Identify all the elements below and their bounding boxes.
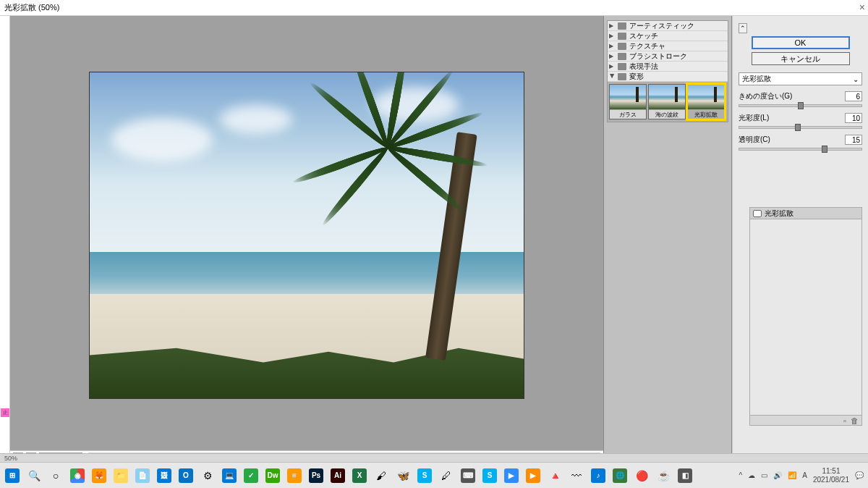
- wifi-icon[interactable]: 📶: [788, 471, 796, 479]
- category-stylize[interactable]: ▶ 表現手法: [608, 62, 728, 72]
- outlook-icon[interactable]: O: [178, 468, 194, 484]
- globe-icon[interactable]: 🌐: [612, 468, 628, 484]
- clock-date: 2021/08/21: [813, 476, 849, 484]
- layer-row[interactable]: 光彩拡散: [750, 208, 861, 219]
- collapse-icon: ▶: [609, 74, 616, 80]
- wave-icon[interactable]: 〰: [569, 468, 584, 484]
- filter-thumb-glass[interactable]: ガラス: [609, 84, 647, 119]
- slider-graininess[interactable]: [739, 104, 862, 107]
- rdp-icon[interactable]: 💻: [221, 468, 237, 484]
- photos-icon[interactable]: 🖼: [156, 468, 172, 484]
- category-texture[interactable]: ▶ テクスチャ: [608, 41, 728, 51]
- effect-layers-panel: 光彩拡散 ▫ 🗑: [749, 207, 862, 426]
- visibility-icon[interactable]: [753, 210, 762, 217]
- param-input-graininess[interactable]: [845, 91, 862, 101]
- folder-icon: [618, 33, 626, 40]
- category-sketch[interactable]: ▶ スケッチ: [608, 31, 728, 41]
- notepad-icon[interactable]: 📄: [135, 468, 150, 484]
- brush-icon[interactable]: 🖊: [438, 468, 454, 484]
- task-icon[interactable]: ✓: [243, 468, 259, 484]
- param-clear: 透明度(C): [739, 135, 862, 151]
- panel-collapse-button[interactable]: ⌃: [739, 23, 747, 33]
- ok-button[interactable]: OK: [752, 36, 850, 49]
- filter-dropdown[interactable]: 光彩拡散 ⌄: [739, 72, 862, 85]
- category-distort[interactable]: ▶ 変形: [608, 72, 728, 82]
- explorer-icon[interactable]: 📁: [113, 468, 129, 484]
- ime-icon[interactable]: A: [802, 471, 807, 479]
- param-input-clear[interactable]: [845, 135, 862, 145]
- java-icon[interactable]: ☕: [655, 468, 671, 484]
- paint-icon[interactable]: 🖌: [373, 468, 389, 484]
- thumb-label: 光彩拡散: [688, 109, 724, 119]
- music-icon[interactable]: ♪: [590, 468, 606, 484]
- search-icon[interactable]: 🔍: [26, 468, 42, 484]
- butterfly-icon[interactable]: 🦋: [395, 468, 411, 484]
- battery-icon[interactable]: ▭: [761, 471, 767, 479]
- expand-icon: ▶: [609, 63, 615, 70]
- left-ruler: 止: [0, 16, 10, 462]
- dreamweaver-icon[interactable]: Dw: [265, 468, 281, 484]
- layer-name: 光彩拡散: [765, 209, 793, 219]
- folder-icon: [618, 43, 626, 50]
- settings-icon[interactable]: ⚙: [200, 468, 216, 484]
- slider-thumb[interactable]: [798, 102, 804, 109]
- chrome-icon[interactable]: ◉: [69, 468, 85, 484]
- expand-icon: ▶: [609, 33, 615, 39]
- zoom-icon[interactable]: ▶: [503, 468, 519, 484]
- record-icon[interactable]: 🔴: [634, 468, 650, 484]
- system-tray: ^ ☁ ▭ 🔊 📶 A 11:51 2021/08/21 💬: [739, 467, 864, 484]
- folder-icon: [618, 53, 626, 60]
- skype2-icon[interactable]: S: [482, 468, 498, 484]
- expand-icon: ▶: [609, 43, 615, 49]
- thumb-label: ガラス: [610, 109, 646, 119]
- slider-thumb[interactable]: [822, 146, 827, 153]
- canvas-area: − +: [10, 16, 603, 462]
- excel-icon[interactable]: X: [352, 468, 367, 484]
- cortana-icon[interactable]: ○: [48, 468, 64, 484]
- delete-layer-icon[interactable]: 🗑: [851, 416, 859, 425]
- clock[interactable]: 11:51 2021/08/21: [813, 467, 849, 484]
- statusbar: 50%: [0, 453, 868, 462]
- category-label: 変形: [629, 72, 644, 82]
- window-title: 光彩拡散 (50%): [4, 2, 59, 13]
- category-brush[interactable]: ▶ ブラシストローク: [608, 51, 728, 62]
- skype-icon[interactable]: S: [417, 468, 433, 484]
- category-artistic[interactable]: ▶ アーティスティック: [608, 21, 728, 31]
- folder-icon: [618, 73, 626, 80]
- param-glow: 光彩度(L): [739, 113, 862, 129]
- param-input-glow[interactable]: [845, 113, 862, 123]
- firefox-icon[interactable]: 🦊: [91, 468, 107, 484]
- close-icon[interactable]: ×: [859, 1, 865, 13]
- param-graininess: きめの度合い(G): [739, 91, 862, 107]
- volume-icon[interactable]: 🔊: [773, 471, 782, 479]
- slider-thumb[interactable]: [795, 124, 801, 131]
- category-label: アーティスティック: [629, 21, 694, 31]
- param-label: 光彩度(L): [739, 113, 769, 123]
- slider-clear[interactable]: [739, 148, 862, 151]
- category-label: スケッチ: [629, 31, 658, 41]
- slider-glow[interactable]: [739, 126, 862, 129]
- folder-icon: [618, 22, 626, 30]
- tray-up-icon[interactable]: ^: [739, 471, 743, 479]
- taskbar: ⊞ 🔍 ○ ◉ 🦊 📁 📄 🖼 O ⚙ 💻 ✓ Dw ≡ Ps Ai X 🖌 🦋…: [0, 462, 868, 488]
- keyboard-icon[interactable]: ⌨: [460, 468, 476, 484]
- notifications-icon[interactable]: 💬: [855, 471, 864, 479]
- start-button[interactable]: ⊞: [4, 468, 20, 484]
- filter-panel: ▶ アーティスティック ▶ スケッチ ▶ テクスチャ ▶ ブラシストローク ▶: [603, 16, 732, 462]
- app-icon[interactable]: ◧: [677, 468, 693, 484]
- chevron-down-icon: ⌄: [853, 75, 859, 83]
- vlc-icon[interactable]: 🔺: [547, 468, 563, 484]
- ruler-marker: 止: [1, 408, 9, 417]
- cancel-button[interactable]: キャンセル: [752, 52, 850, 65]
- cloud-icon[interactable]: ☁: [748, 471, 755, 479]
- media-icon[interactable]: ▶: [525, 468, 541, 484]
- sublime-icon[interactable]: ≡: [286, 468, 302, 484]
- preview-image: [90, 72, 524, 398]
- dropdown-value: 光彩拡散: [742, 74, 771, 84]
- filter-thumb-diffuse-glow[interactable]: 光彩拡散: [687, 84, 725, 119]
- photoshop-icon[interactable]: Ps: [308, 468, 324, 484]
- illustrator-icon[interactable]: Ai: [330, 468, 346, 484]
- filter-category-list: ▶ アーティスティック ▶ スケッチ ▶ テクスチャ ▶ ブラシストローク ▶: [607, 20, 728, 122]
- new-layer-icon[interactable]: ▫: [843, 416, 846, 425]
- filter-thumb-ocean-ripple[interactable]: 海の波紋: [648, 84, 686, 119]
